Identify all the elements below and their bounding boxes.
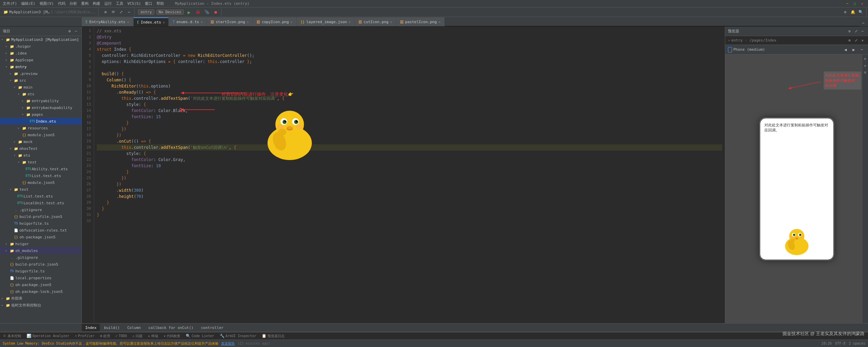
preview-forward[interactable]: ▶ bbox=[850, 46, 857, 53]
tree-item-idea[interactable]: ▸ 📁 .idea bbox=[0, 50, 81, 57]
code-lines[interactable]: // xxx.ets @Entry @Component struct Inde… bbox=[94, 27, 725, 323]
tree-item-gitignore-root[interactable]: ▸ . .gitignore bbox=[0, 254, 81, 261]
tree-item-external-libs[interactable]: ▸ 📁 外部库 bbox=[0, 295, 81, 302]
tab-copyicon[interactable]: 🖼 copyIcon.png ✕ bbox=[253, 17, 296, 26]
tree-item-temp-files[interactable]: ▸ 📁 临时文件和控制台 bbox=[0, 302, 81, 309]
preview-path-settings[interactable]: ⚙ bbox=[847, 37, 852, 44]
tree-item-mock[interactable]: ▸ 📁 mock bbox=[0, 138, 81, 145]
tab-close-pastelicon[interactable]: ✕ bbox=[439, 20, 441, 24]
btm-todo[interactable]: ✓ TODO bbox=[114, 334, 128, 338]
bottom-tab-build[interactable]: build() bbox=[101, 324, 123, 331]
tab-close-index[interactable]: ✕ bbox=[163, 20, 165, 24]
tree-item-resources[interactable]: ▸ 📁 resources bbox=[0, 125, 81, 131]
run-button[interactable]: ▶ bbox=[186, 9, 193, 16]
debug-button[interactable]: 🐞 bbox=[195, 9, 201, 16]
tab-close-cuticon[interactable]: ✕ bbox=[390, 20, 392, 24]
tree-item-oh-package-root[interactable]: ▸ {} oh-package.json5 bbox=[0, 281, 81, 288]
tree-item-localunit[interactable]: ▸ ETS LocalUnit.test.ets bbox=[0, 200, 81, 206]
tab-close-starticon[interactable]: ✕ bbox=[247, 20, 249, 24]
tab-close-enums[interactable]: ✕ bbox=[201, 20, 203, 24]
tab-close-entryability[interactable]: ✕ bbox=[127, 20, 129, 24]
menu-item-build[interactable]: 构建 bbox=[93, 1, 100, 6]
tree-item-oh-package-lock[interactable]: ▸ {} oh-package-lock.json5 bbox=[0, 288, 81, 295]
btm-process[interactable]: ⚙ 处理 bbox=[98, 334, 111, 338]
tree-item-build-profile-root[interactable]: ▸ {} build-profile.json5 bbox=[0, 261, 81, 268]
tree-item-local-properties[interactable]: ▸ 📄 local.properties bbox=[0, 274, 81, 281]
menu-item-run[interactable]: 运行 bbox=[104, 1, 112, 6]
tab-index[interactable]: E Index.ets ✕ bbox=[133, 17, 169, 26]
tree-item-list-test-2[interactable]: ▸ ETS List.test.ets bbox=[0, 193, 81, 200]
preview-path-expand[interactable]: ⤢ bbox=[853, 37, 859, 44]
toolbar-expand[interactable]: ⤢ bbox=[118, 9, 124, 16]
toolbar-search[interactable]: 🔍 bbox=[857, 9, 864, 16]
tree-item-ohostest-module[interactable]: ▸ {} module.json5 bbox=[0, 179, 81, 186]
menu-item-file[interactable]: 文件(F) bbox=[3, 1, 17, 6]
menu-item-help[interactable]: 帮助 bbox=[156, 1, 164, 6]
toolbar-settings[interactable]: ⚙ bbox=[102, 9, 109, 16]
status-send-report[interactable]: 发送报告 bbox=[221, 341, 235, 346]
tree-item-main[interactable]: ▾ 📁 main bbox=[0, 84, 81, 91]
menu-item-view[interactable]: 视图(V) bbox=[40, 1, 54, 6]
rs-icon-2[interactable]: ◈ bbox=[863, 63, 868, 68]
tree-item-build-profile[interactable]: ▸ {} build-profile.json5 bbox=[0, 213, 81, 220]
tree-item-oh-package-entry[interactable]: ▸ {} oh-package.json5 bbox=[0, 234, 81, 240]
tree-item-hvigor-root[interactable]: ▸ 📁 hvigor bbox=[0, 240, 81, 247]
tree-item-ohostest[interactable]: ▾ 📁 ohosTest bbox=[0, 145, 81, 152]
code-editor-content[interactable]: 12345 678910 1112131415 1617181920 21222… bbox=[82, 27, 725, 323]
btm-code-check[interactable]: ✦ 代码检查 bbox=[162, 334, 182, 338]
tab-layered[interactable]: {} layered_image.json ✕ bbox=[297, 17, 354, 26]
tree-item-appscope[interactable]: ▸ 📁 AppScope bbox=[0, 57, 81, 63]
menu-item-vcs[interactable]: VCS(S) bbox=[127, 1, 141, 6]
rs-icon-3[interactable]: ⊠ bbox=[863, 69, 868, 75]
attach-button[interactable]: 📎 bbox=[203, 9, 210, 16]
toolbar-notifications[interactable]: 🔔 bbox=[850, 9, 856, 16]
preview-more[interactable]: ⋯ bbox=[860, 29, 865, 34]
tree-item-hvigor[interactable]: ▸ 📁 .hvigor bbox=[0, 43, 81, 50]
tree-item-module-json[interactable]: ▸ {} module.json5 bbox=[0, 131, 81, 138]
tree-item-pages[interactable]: ▾ 📁 pages bbox=[0, 111, 81, 118]
bottom-tab-callback[interactable]: callback for onCut() bbox=[145, 324, 197, 331]
tree-item-ability-test[interactable]: ▸ ETS Ability.test.ets bbox=[0, 165, 81, 172]
tree-item-gitignore-entry[interactable]: ▸ . .gitignore bbox=[0, 206, 81, 213]
tree-item-list-test[interactable]: ▸ ETS List.test.ets bbox=[0, 172, 81, 179]
tree-item-test-dir[interactable]: ▾ 📁 test bbox=[0, 186, 81, 193]
tree-item-entry[interactable]: ▾ 📁 entry bbox=[0, 63, 81, 70]
menu-item-refactor[interactable]: 重构 bbox=[81, 1, 89, 6]
tab-pastelicon[interactable]: 🖼 pastelIcon.png ✕ bbox=[396, 17, 444, 26]
btm-issues[interactable]: ⚠ 问题 bbox=[131, 334, 144, 338]
bottom-tab-index[interactable]: Index bbox=[82, 324, 100, 331]
btm-terminal[interactable]: ▸ 终端 bbox=[147, 334, 159, 338]
tree-item-preview[interactable]: ▸ 📁 .preview bbox=[0, 70, 81, 77]
tab-entryability[interactable]: E EntryAbility.ets ✕ bbox=[82, 17, 133, 26]
btm-profiler[interactable]: ⚡ Profiler bbox=[73, 334, 96, 338]
preview-back[interactable]: ◀ bbox=[842, 46, 849, 53]
bottom-tab-column[interactable]: Column bbox=[124, 324, 144, 331]
tab-close-copyicon[interactable]: ✕ bbox=[291, 20, 293, 24]
bottom-tab-controller[interactable]: controller bbox=[198, 324, 227, 331]
sidebar-collapse[interactable]: − bbox=[73, 29, 79, 34]
tree-item-oh-modules[interactable]: ▸ 📁 oh_modules bbox=[0, 247, 81, 254]
btm-basic-control[interactable]: ⛭ 基本控制 bbox=[1, 334, 22, 338]
tree-item-ohostest-ets[interactable]: ▾ 📁 ets bbox=[0, 152, 81, 159]
tab-starticon[interactable]: 🖼 startIcon.png ✕ bbox=[207, 17, 253, 26]
btm-code-linter[interactable]: 🔍 Code Linter bbox=[184, 334, 215, 338]
tree-item-ohostest-test[interactable]: ▾ 📁 test bbox=[0, 159, 81, 165]
toolbar-reformat[interactable]: ⟳ bbox=[110, 9, 117, 16]
tree-item-myapp[interactable]: ▾ 📁 MyApplication3 [MyApplication] bbox=[0, 36, 81, 43]
preview-expand[interactable]: ⤢ bbox=[853, 29, 859, 34]
no-devices-label[interactable]: No Devices bbox=[156, 10, 184, 15]
preview-close[interactable]: ✕ bbox=[860, 37, 865, 44]
tab-cuticon[interactable]: 🖼 cutIcon.png ✕ bbox=[355, 17, 396, 26]
menu-item-edit[interactable]: 编辑(E) bbox=[21, 1, 35, 6]
tree-item-obfuscation[interactable]: ▸ 📄 obfuscation-rules.txt bbox=[0, 227, 81, 234]
window-maximize[interactable]: □ bbox=[852, 1, 858, 7]
tree-item-hvigorfile-root[interactable]: ▸ TS hvigorfile.ts bbox=[0, 268, 81, 274]
preview-ellipsis[interactable]: ⋯ bbox=[858, 46, 865, 53]
window-close[interactable]: ✕ bbox=[859, 1, 865, 7]
toolbar-more[interactable]: ⋯ bbox=[125, 9, 132, 16]
tree-item-indexets[interactable]: ▸ ETS Index.ets bbox=[0, 118, 81, 125]
rs-icon-1[interactable]: ⊞ bbox=[863, 56, 868, 61]
preview-settings[interactable]: ⚙ bbox=[847, 29, 852, 34]
tree-item-ets[interactable]: ▾ 📁 ets bbox=[0, 91, 81, 97]
btm-preview-log[interactable]: 📋 预览器日志 bbox=[260, 334, 286, 338]
